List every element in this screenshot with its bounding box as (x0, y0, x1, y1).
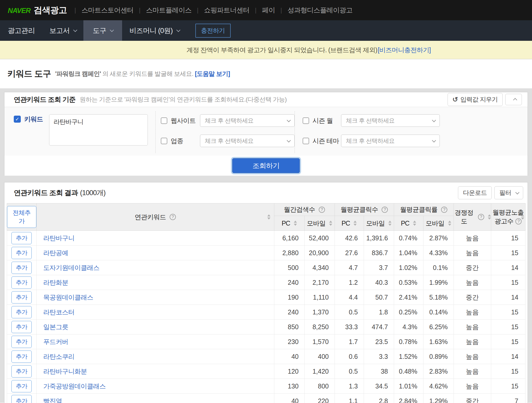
sort-icon[interactable] (294, 221, 297, 226)
keyword-link[interactable]: 라탄공예 (43, 249, 68, 256)
table-row: 추가 도자기원데이클래스 500 4,340 4.7 3.7 1.02% 0.1… (7, 260, 525, 275)
chevron-down-icon (432, 138, 436, 142)
help-question-icon[interactable]: ? (382, 207, 388, 213)
nav-report[interactable]: 보고서 (42, 20, 83, 41)
clicks-pc-cell: 1.7 (335, 334, 364, 349)
keyword-cell: 라탄공예 (36, 246, 274, 260)
keyword-link[interactable]: 라탄코스터 (43, 308, 75, 316)
add-keyword-button[interactable]: 추가 (11, 262, 32, 274)
sort-icon[interactable] (329, 221, 332, 226)
keyword-checkbox-row[interactable]: ✓ 키워드 (14, 115, 43, 123)
season-month-checkbox[interactable] (303, 117, 309, 124)
sort-icon[interactable] (521, 214, 524, 220)
keyword-link[interactable]: 일본그릇 (43, 323, 68, 331)
season-theme-select[interactable]: 체크 후 선택하세요 (341, 135, 440, 147)
ctr-pc-cell: 1.02% (394, 260, 423, 275)
sort-icon[interactable] (388, 221, 391, 226)
top-menu-shopping-partner[interactable]: 쇼핑파트너센터 (204, 6, 249, 15)
clicks-mobile-cell: 1.8 (364, 305, 394, 320)
season-theme-placeholder: 체크 후 선택하세요 (346, 137, 395, 145)
clicks-mobile-cell: 836.7 (364, 246, 394, 260)
website-select[interactable]: 체크 후 선택하세요 (200, 114, 295, 127)
keyword-link[interactable]: 빵진열 (43, 397, 62, 403)
main-nav-bar: 광고관리 보고서 도구 비즈머니 (0원) 충전하기 (0, 20, 532, 41)
nav-tools-active[interactable]: 도구 (83, 20, 122, 41)
industry-select[interactable]: 체크 후 선택하세요 (200, 135, 295, 147)
keyword-link[interactable]: 라탄바구니화분 (43, 368, 87, 375)
season-month-select[interactable]: 체크 후 선택하세요 (341, 114, 440, 127)
search-mobile-header[interactable]: 모바일 (304, 216, 335, 231)
download-button[interactable]: 다운로드 (458, 186, 492, 199)
add-keyword-button[interactable]: 추가 (11, 395, 32, 403)
add-keyword-button[interactable]: 추가 (11, 232, 32, 244)
keyword-link[interactable]: 라탄바구니 (43, 234, 75, 242)
keyword-link[interactable]: 푸드커버 (43, 338, 68, 345)
add-keyword-button[interactable]: 추가 (11, 336, 32, 348)
clicks-mobile-cell: 23.5 (364, 334, 394, 349)
top-menu-display-ad[interactable]: 성과형디스플레이광고 (288, 6, 353, 15)
nav-ad-management[interactable]: 광고관리 (0, 20, 42, 41)
keyword-link[interactable]: 라탄소쿠리 (43, 353, 75, 360)
sort-icon[interactable] (448, 221, 451, 226)
keyword-link[interactable]: 도자기원데이클래스 (43, 264, 99, 271)
keyword-link[interactable]: 목공원데이클래스 (43, 294, 93, 301)
help-question-icon[interactable]: ? (170, 214, 176, 220)
keyword-input[interactable]: 라탄바구니 (49, 114, 148, 146)
ctr-mobile-cell: 4.62% (423, 379, 454, 394)
help-link[interactable]: [도움말 보기] (195, 70, 230, 78)
chevron-down-icon (432, 118, 436, 122)
add-keyword-button[interactable]: 추가 (11, 291, 32, 303)
results-count: (1000개) (80, 188, 105, 197)
ctr-mobile-header[interactable]: 모바일 (423, 216, 454, 231)
sort-icon[interactable] (267, 214, 270, 220)
competition-header[interactable]: 경쟁정도 ? (454, 203, 491, 231)
keyword-link[interactable]: 라탄화분 (43, 279, 68, 286)
top-menu-pay[interactable]: 페이 (262, 6, 275, 15)
help-question-icon[interactable]: ? (319, 207, 325, 213)
naver-search-ad-logo[interactable]: NAVER 검색광고 (8, 4, 67, 16)
add-cell: 추가 (7, 305, 36, 320)
add-keyword-button[interactable]: 추가 (11, 351, 32, 363)
add-keyword-button[interactable]: 추가 (11, 306, 32, 318)
clicks-pc-cell: 4.4 (335, 290, 364, 305)
sort-icon[interactable] (413, 221, 416, 226)
clicks-pc-header[interactable]: PC (335, 216, 364, 231)
chevron-down-icon (110, 28, 114, 32)
keyword-cell: 가죽공방원데이클래스 (36, 379, 274, 394)
sort-icon[interactable] (488, 214, 491, 220)
ad-exposure-header[interactable]: 월평균노출 광고수 ? (491, 203, 525, 231)
charge-button[interactable]: 충전하기 (195, 24, 231, 38)
keyword-cell: 일본그릇 (36, 320, 274, 334)
add-keyword-button[interactable]: 추가 (11, 365, 32, 378)
collapse-panel-button[interactable] (505, 94, 522, 105)
filter-button[interactable]: 필터 (494, 186, 523, 199)
ctr-pc-header[interactable]: PC (394, 216, 423, 231)
clicks-pc-cell: 4.7 (335, 260, 364, 275)
bizmoney-charge-link[interactable]: [비즈머니충전하기] (378, 46, 431, 54)
nav-bizmoney[interactable]: 비즈머니 (0원) (122, 20, 187, 41)
website-checkbox[interactable] (161, 117, 167, 124)
add-keyword-button[interactable]: 추가 (11, 321, 32, 333)
keyword-checkbox-checked[interactable]: ✓ (14, 116, 21, 123)
search-pc-header[interactable]: PC (274, 216, 304, 231)
sort-icon[interactable] (354, 221, 357, 226)
add-keyword-button[interactable]: 추가 (11, 276, 32, 289)
help-question-icon[interactable]: ? (441, 207, 447, 213)
clicks-mobile-header[interactable]: 모바일 (364, 216, 394, 231)
help-question-icon[interactable]: ? (515, 218, 522, 224)
add-keyword-button[interactable]: 추가 (11, 380, 32, 392)
keyword-link[interactable]: 가죽공방원데이클래스 (43, 382, 106, 390)
season-theme-checkbox[interactable] (303, 138, 309, 144)
ctr-mobile-cell: 5.18% (423, 290, 454, 305)
top-menu-smartplace[interactable]: 스마트플레이스 (146, 6, 191, 15)
top-menu-smartstore[interactable]: 스마트스토어센터 (82, 6, 134, 15)
search-button[interactable]: 조회하기 (232, 158, 300, 173)
clear-input-button[interactable]: ↺ 입력값 지우기 (448, 93, 503, 106)
add-keyword-button[interactable]: 추가 (11, 247, 32, 259)
related-keyword-header[interactable]: 연관키워드 ? (36, 203, 274, 231)
help-question-icon[interactable]: ? (478, 214, 484, 220)
search-pc-cell: 130 (274, 379, 304, 394)
table-row: 추가 라탄소쿠리 40 400 0.6 3.3 1.52% 0.89% 높음 1… (7, 349, 525, 364)
add-all-button[interactable]: 전체추가 (7, 206, 36, 228)
industry-checkbox[interactable] (161, 138, 167, 144)
